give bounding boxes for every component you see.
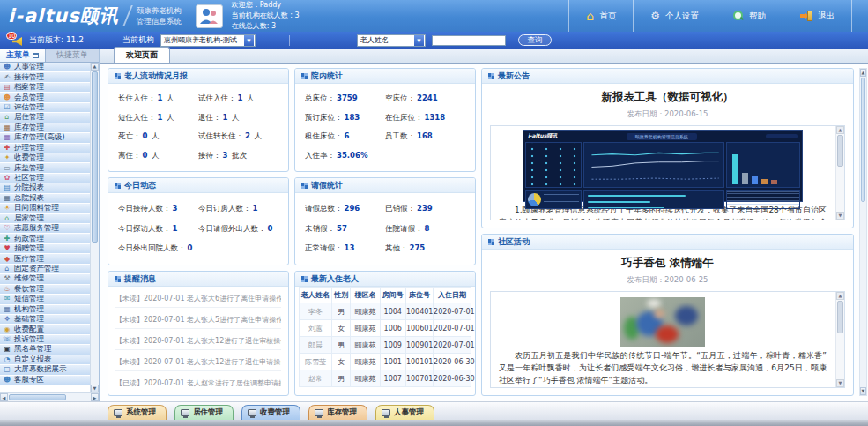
scrollbar-thumb[interactable]: [92, 71, 98, 243]
sidebar-menu-item[interactable]: ☑ 评估管理: [0, 103, 90, 113]
panel-header: 社区活动: [482, 235, 853, 250]
announcement-title[interactable]: 新报表工具（数据可视化）: [482, 90, 853, 105]
user-avatar[interactable]: [196, 4, 223, 28]
sidebar-menu-item[interactable]: ☻ 会员管理: [0, 93, 90, 102]
sidebar-menu-item[interactable]: ◆ 医疗管理: [0, 254, 90, 264]
activity-title[interactable]: 巧手香包 浓情端午: [482, 256, 853, 271]
sidebar-menu-item[interactable]: ▤ 分院报表: [0, 183, 90, 193]
menu-item-icon: ▢: [3, 366, 11, 373]
message-item[interactable]: 【已读】2020-07-01 老人赵常进行了居住调整申请操作: [115, 375, 281, 392]
taskbar-tab[interactable]: 收费管理: [241, 405, 300, 420]
stat-value: 2: [243, 131, 252, 140]
table-row[interactable]: 刘蕙 女 颐康苑 1006 100601 2020-07-01: [300, 320, 471, 337]
menu-item-label: 库存管理: [14, 123, 44, 133]
menu-item-icon: ✚: [3, 145, 11, 152]
sidebar-menu-item[interactable]: ☀ 日间照料管理: [0, 204, 90, 213]
sidebar-menu-item[interactable]: ♡ 志愿服务管理: [0, 224, 90, 234]
menu-item-icon: ☏: [3, 336, 11, 343]
scroll-up-icon[interactable]: ▲: [860, 69, 866, 77]
table-row[interactable]: 陈雪莹 女 颐康苑 1001 100101 2020-06-30: [300, 354, 471, 370]
sidebar-menu-item[interactable]: ⌂ 居住管理: [0, 113, 90, 123]
scroll-right-icon[interactable]: ▶: [91, 393, 99, 401]
sidebar-menu-item[interactable]: ▤ 档案管理: [0, 83, 90, 93]
message-item[interactable]: 【未读】2020-07-01 老人张大5进行了离住申请操作: [115, 311, 281, 329]
sidebar-menu-item[interactable]: ▦ 库存管理: [0, 123, 90, 133]
announcement-scrollbar[interactable]: ▲ ▼: [835, 126, 844, 220]
sidebar-menu-item[interactable]: ▭ 床垫管理: [0, 163, 90, 173]
sidebar-menu-item[interactable]: ⚒ 维修管理: [0, 274, 90, 284]
sidebar-menu-item[interactable]: ◔ 自定义报表: [0, 355, 90, 365]
scroll-down-icon[interactable]: ▼: [836, 212, 844, 220]
sidebar-menu-item[interactable]: ⌂ 居家管理: [0, 214, 90, 224]
scroll-down-icon[interactable]: ▼: [860, 387, 866, 395]
sidebar-menu-item[interactable]: ♥ 捐赠管理: [0, 244, 90, 254]
scroll-down-icon[interactable]: ▼: [91, 385, 99, 392]
nav-home-button[interactable]: ⌂ 首页: [568, 0, 633, 32]
scroll-up-icon[interactable]: ▲: [836, 292, 844, 300]
sidebar-menu-item[interactable]: ✉ 短信管理: [0, 295, 90, 304]
sidebar-menu-item[interactable]: ◉ 收费配置: [0, 325, 90, 334]
message-tag: 【未读】: [115, 295, 144, 303]
activity-scrollbar[interactable]: ▲ ▼: [835, 292, 844, 387]
scrollbar-thumb[interactable]: [861, 78, 865, 202]
nav-help-button[interactable]: 帮助: [716, 0, 783, 32]
sidebar-menu-item[interactable]: ♨ 餐饮管理: [0, 285, 90, 295]
sidebar-horizontal-scrollbar[interactable]: ◀ ▶: [0, 392, 99, 401]
scroll-up-icon[interactable]: ▲: [836, 126, 844, 134]
main-vertical-scrollbar[interactable]: ▲ ▼: [859, 68, 867, 396]
taskbar-tab[interactable]: 系统管理: [108, 405, 167, 420]
message-tag: 【已读】: [115, 379, 144, 387]
org-select[interactable]: 惠州颐康养老机构-测试 ▼: [160, 34, 256, 47]
scroll-left-icon[interactable]: ◀: [0, 393, 8, 401]
message-item[interactable]: 【未读】2020-07-01 老人张大6进行了离住申请操作: [115, 290, 281, 308]
scroll-up-icon[interactable]: ▲: [91, 63, 99, 71]
menu-item-icon: ☻: [3, 377, 11, 384]
query-button[interactable]: 查询: [518, 34, 552, 46]
grid-icon: [301, 73, 308, 79]
sidebar-vertical-scrollbar[interactable]: ▲ ▼: [90, 63, 99, 392]
table-row[interactable]: 郎晨 男 颐康苑 1009 100901 2020-07-01: [300, 337, 471, 354]
stat-value: 2241: [415, 93, 440, 102]
nav-logout-button[interactable]: 退出: [783, 0, 852, 32]
table-row[interactable]: 李冬 男 颐康苑 1004 100401 2020-07-01: [300, 303, 471, 320]
cell-bed: 100401: [405, 303, 433, 320]
sidebar-menu-item[interactable]: ✚ 护理管理: [0, 144, 90, 153]
table-row[interactable]: 赵常 男 颐康苑 1007 100701 2020-06-30: [300, 370, 471, 387]
dropdown-arrow-icon: ▼: [414, 35, 424, 46]
sidebar-menu-item[interactable]: ✿ 社区管理: [0, 174, 90, 183]
menu-item-icon: ♥: [3, 245, 11, 252]
scrollbar-thumb[interactable]: [837, 135, 843, 167]
dashboard-logo: i-altus颐讯: [528, 132, 557, 140]
scrollbar-thumb[interactable]: [837, 301, 843, 333]
sidebar-menu-item[interactable]: ⌂ 固定资产管理: [0, 265, 90, 274]
sidebar-menu-item[interactable]: ❖ 基础管理: [0, 315, 90, 325]
sidebar-menu-item[interactable]: ☻ 人事管理: [0, 63, 90, 72]
sidebar-menu-item[interactable]: ✍ 接待管理: [0, 72, 90, 82]
stat-item: 住院请假：8: [385, 224, 465, 235]
message-item[interactable]: 【未读】2020-07-01 老人张大12进行了退住申请操作: [115, 354, 281, 371]
notification-speaker-icon[interactable]: 10: [8, 34, 23, 47]
tab-quick-menu[interactable]: 快捷菜单: [46, 49, 99, 62]
nav-settings-button[interactable]: ⚙ 个人设置: [633, 0, 716, 32]
taskbar-tab[interactable]: 人事管理: [375, 405, 434, 420]
sidebar-menu-item[interactable]: ✚ 药政管理: [0, 234, 90, 243]
scrollbar-thumb[interactable]: [9, 394, 66, 400]
tab-main-menu[interactable]: 主菜单: [0, 49, 46, 62]
menu-item-icon: ♡: [3, 225, 11, 232]
taskbar-tab[interactable]: 居住管理: [174, 405, 234, 420]
sidebar-menu-item[interactable]: ▢ 大屏幕数据展示: [0, 365, 90, 375]
sidebar-menu-item[interactable]: ☻ 客服专区: [0, 376, 90, 385]
taskbar-tab[interactable]: 库存管理: [308, 405, 367, 420]
sidebar-menu-item[interactable]: ▦ 总院报表: [0, 194, 90, 204]
sidebar-menu-item[interactable]: ▦ 库存管理(高级): [0, 133, 90, 143]
scroll-down-icon[interactable]: ▼: [836, 379, 844, 387]
elder-name-select[interactable]: 老人姓名 ▼: [357, 34, 426, 47]
elder-name-input[interactable]: [432, 35, 506, 46]
sidebar-menu-item[interactable]: ✦ 收费管理: [0, 153, 90, 163]
sidebar-menu-item[interactable]: ▣ 黑名单管理: [0, 345, 90, 355]
sidebar-menu-item[interactable]: ☏ 投诉管理: [0, 335, 90, 345]
tab-welcome-page[interactable]: 欢迎页面: [114, 47, 170, 63]
sidebar-menu-item[interactable]: ▦ 机构管理: [0, 305, 90, 315]
message-item[interactable]: 【未读】2020-07-01 老人张大12进行了退住审核操作: [115, 333, 281, 350]
panel-body: 今日接待人数：3今日订房人数：1今日探访人数：1今日请假外出人数：0今日外出回院…: [108, 193, 288, 265]
